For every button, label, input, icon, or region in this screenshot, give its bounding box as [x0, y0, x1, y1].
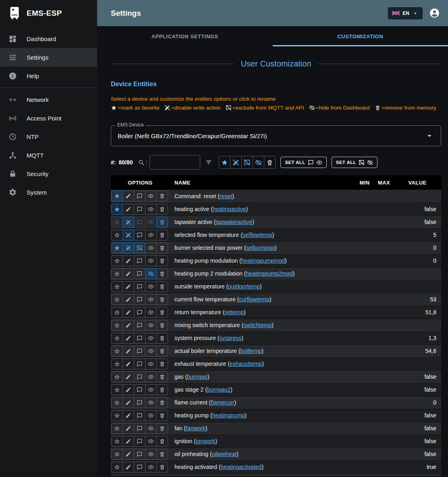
- mqtt-exclude-toggle[interactable]: [134, 243, 145, 253]
- disable-write-toggle[interactable]: [122, 268, 134, 279]
- favorite-toggle[interactable]: [111, 217, 123, 228]
- entity-name[interactable]: flame current (flamecurr): [170, 396, 355, 409]
- hide-toggle[interactable]: [145, 191, 157, 201]
- disable-write-toggle[interactable]: [122, 384, 134, 395]
- delete-toggle[interactable]: [156, 230, 168, 241]
- favorite-toggle[interactable]: [111, 410, 123, 421]
- favorite-toggle[interactable]: [111, 371, 123, 382]
- hide-toggle[interactable]: [145, 333, 157, 344]
- set-all-show-button[interactable]: SET ALL: [280, 157, 326, 168]
- entity-shortname-link[interactable]: outdoortemp: [228, 283, 260, 290]
- hide-toggle[interactable]: [145, 359, 157, 369]
- disable-write-toggle[interactable]: [122, 294, 134, 305]
- delete-toggle[interactable]: [156, 384, 168, 395]
- favorite-filter-toggle[interactable]: [219, 156, 230, 169]
- disable-write-toggle[interactable]: [122, 333, 134, 344]
- disable-write-toggle[interactable]: [122, 346, 134, 357]
- disable-write-toggle[interactable]: [122, 217, 134, 228]
- hide-toggle[interactable]: [145, 255, 157, 266]
- delete-toggle[interactable]: [156, 294, 168, 305]
- hide-toggle[interactable]: [145, 204, 157, 215]
- entity-shortname-link[interactable]: selburnpow: [246, 245, 275, 251]
- hide-toggle[interactable]: [145, 281, 157, 292]
- entity-name[interactable]: actual boiler temperature (boiltemp): [170, 344, 355, 357]
- sidebar-item-system[interactable]: System: [0, 183, 97, 201]
- sidebar-item-access-point[interactable]: Access Point: [0, 109, 97, 127]
- entity-name[interactable]: gas stage 2 (burngas2): [170, 383, 355, 396]
- disable-write-toggle[interactable]: [122, 397, 134, 408]
- disable-write-toggle[interactable]: [122, 281, 134, 292]
- disable-write-toggle[interactable]: [122, 423, 134, 434]
- delete-toggle[interactable]: [156, 371, 168, 382]
- sidebar-item-dashboard[interactable]: Dashboard: [0, 29, 97, 48]
- favorite-toggle[interactable]: [111, 436, 123, 447]
- hide-toggle[interactable]: [145, 243, 157, 253]
- mqtt-exclude-toggle[interactable]: [134, 410, 145, 421]
- disable-write-toggle[interactable]: [122, 320, 134, 331]
- entity-name[interactable]: current flow temperature (curflowtemp): [170, 293, 355, 306]
- delete-toggle[interactable]: [156, 346, 168, 357]
- entity-name[interactable]: tapwater active (tapwateractive): [170, 216, 355, 228]
- sidebar-item-mqtt[interactable]: MQTT: [0, 146, 97, 164]
- disable-write-toggle[interactable]: [122, 359, 134, 369]
- entity-name[interactable]: heating pump modulation (heatingpumpmod): [170, 254, 355, 267]
- mqtt-exclude-toggle[interactable]: [134, 423, 145, 434]
- mqtt-exclude-toggle[interactable]: [134, 397, 145, 408]
- entity-name[interactable]: exhaust temperature (exhausttemp): [170, 357, 355, 370]
- mqtt-exclude-toggle[interactable]: [134, 359, 145, 369]
- hide-toggle[interactable]: [145, 320, 157, 331]
- deleted-filter-toggle[interactable]: [264, 156, 276, 169]
- entity-shortname-link[interactable]: tapwateractive: [216, 219, 252, 225]
- delete-toggle[interactable]: [156, 268, 168, 279]
- entity-shortname-link[interactable]: selflowtemp: [243, 232, 272, 238]
- mqtt-exclude-toggle[interactable]: [134, 230, 145, 241]
- entity-shortname-link[interactable]: heatingpumpmod: [241, 257, 285, 264]
- delete-toggle[interactable]: [156, 397, 168, 408]
- hide-toggle[interactable]: [145, 217, 157, 228]
- entity-name[interactable]: ignition (ignwork): [170, 435, 355, 448]
- favorite-toggle[interactable]: [111, 359, 123, 369]
- hide-toggle[interactable]: [145, 268, 157, 279]
- delete-toggle[interactable]: [156, 255, 168, 266]
- delete-toggle[interactable]: [156, 449, 168, 460]
- entity-name[interactable]: fan (fanwork): [170, 422, 355, 435]
- disable-write-toggle[interactable]: [122, 307, 134, 318]
- mqtt-exclude-toggle[interactable]: [134, 436, 145, 447]
- delete-toggle[interactable]: [156, 307, 168, 318]
- entity-shortname-link[interactable]: heatingpump2mod: [246, 270, 292, 277]
- entity-shortname-link[interactable]: ignwork: [196, 438, 215, 444]
- mqtt-exclude-toggle[interactable]: [134, 204, 145, 215]
- language-selector[interactable]: EN: [388, 7, 423, 19]
- mqtt-exclude-toggle[interactable]: [134, 217, 145, 228]
- disable-write-toggle[interactable]: [122, 230, 134, 241]
- entity-shortname-link[interactable]: reset: [220, 193, 232, 199]
- delete-toggle[interactable]: [156, 204, 168, 215]
- favorite-toggle[interactable]: [111, 281, 123, 292]
- hide-toggle[interactable]: [145, 371, 157, 382]
- delete-toggle[interactable]: [156, 281, 168, 292]
- mqtt-exclude-toggle[interactable]: [134, 255, 145, 266]
- favorite-toggle[interactable]: [111, 204, 123, 215]
- disable-write-toggle[interactable]: [122, 191, 134, 201]
- entity-shortname-link[interactable]: burngas: [187, 373, 207, 380]
- sidebar-item-network[interactable]: Network: [0, 90, 97, 109]
- hide-toggle[interactable]: [145, 423, 157, 434]
- entity-name[interactable]: burner selected max power (selburnpow): [170, 241, 355, 254]
- disable-write-toggle[interactable]: [122, 410, 134, 421]
- delete-toggle[interactable]: [156, 436, 168, 447]
- mqtt-exclude-toggle[interactable]: [134, 320, 145, 331]
- entity-name[interactable]: oil preheating (oilpreheat): [170, 448, 355, 460]
- mqtt-exclude-toggle[interactable]: [134, 346, 145, 357]
- favorite-toggle[interactable]: [111, 397, 123, 408]
- delete-toggle[interactable]: [156, 410, 168, 421]
- hide-toggle[interactable]: [145, 436, 157, 447]
- delete-toggle[interactable]: [156, 359, 168, 369]
- delete-toggle[interactable]: [156, 423, 168, 434]
- entity-shortname-link[interactable]: burngas2: [207, 386, 230, 393]
- sidebar-item-settings[interactable]: Settings: [0, 48, 97, 66]
- account-icon[interactable]: [429, 8, 440, 19]
- disable-write-toggle[interactable]: [122, 255, 134, 266]
- tab-customization[interactable]: CUSTOMIZATION: [273, 26, 448, 46]
- entity-name[interactable]: outside temperature (outdoortemp): [170, 280, 355, 293]
- entity-name[interactable]: Command: reset (reset): [170, 190, 355, 203]
